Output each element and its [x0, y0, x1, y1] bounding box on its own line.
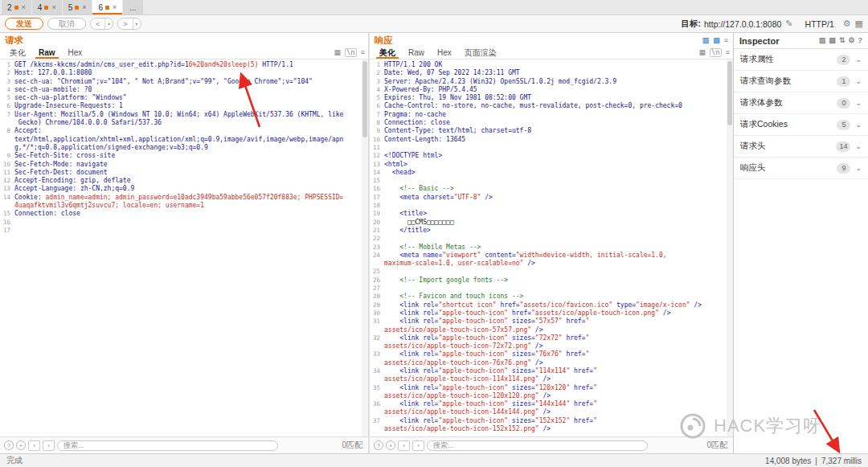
cancel-button[interactable]: 取消 — [47, 18, 86, 30]
line-number: 14 — [0, 194, 14, 202]
newline-toggle-icon[interactable]: \n — [710, 48, 722, 57]
next-match-icon[interactable]: › — [43, 440, 55, 451]
layout-panel-icon[interactable]: ▦ — [855, 19, 863, 28]
dock-bottom-icon[interactable]: ▤ — [713, 37, 720, 44]
response-tab-Hex[interactable]: Hex — [431, 47, 458, 59]
search-settings-icon[interactable]: + — [16, 440, 26, 450]
chevron-down-icon[interactable]: ⌄ — [855, 55, 862, 63]
response-tab-美化[interactable]: 美化 — [373, 47, 402, 59]
inspector-panel: Inspector ▥ ▤ ⇅ ⚙ ? 请求属性2⌄请求查询参数1⌄请求体参数0… — [733, 33, 868, 453]
code-line: 37 <link rel="apple-touch-icon" sizes="1… — [370, 417, 733, 425]
dock-left-icon[interactable]: ▥ — [819, 37, 826, 44]
response-tab-Raw[interactable]: Raw — [402, 47, 431, 59]
line-number: 15 — [370, 177, 384, 185]
response-search-input[interactable] — [427, 440, 648, 451]
pencil-icon[interactable]: ✎ — [785, 19, 792, 28]
grid-view-icon[interactable]: ▦ — [334, 49, 341, 56]
line-number: 28 — [370, 293, 384, 301]
send-button[interactable]: 发送 — [5, 18, 43, 30]
chevron-down-icon[interactable]: ▾ — [133, 18, 141, 29]
request-search-input[interactable] — [57, 440, 278, 451]
line-number: 34 — [370, 367, 384, 375]
chevron-down-icon[interactable]: ⌄ — [855, 142, 862, 150]
chevron-down-icon[interactable]: ▾ — [104, 18, 113, 29]
section-label: 请求体参数 — [740, 97, 783, 109]
history-forward-button[interactable]: > ▾ — [117, 18, 141, 30]
menu-icon[interactable]: ≡ — [724, 37, 728, 44]
tab-label: 5 — [68, 3, 73, 12]
close-icon[interactable]: × — [82, 3, 86, 11]
modified-dot-icon — [105, 6, 109, 10]
inspector-section-响应头[interactable]: 响应头9⌄ — [734, 158, 868, 179]
gear-icon[interactable]: ⚙ — [843, 19, 851, 28]
tabs-overflow-button[interactable]: ... — [123, 0, 142, 14]
dock-left-icon[interactable]: ▥ — [702, 37, 710, 44]
search-settings-icon[interactable]: + — [386, 440, 395, 450]
request-scrollbar[interactable] — [362, 59, 368, 436]
request-editor[interactable]: 1GET /kkcms-kkcms/admin/cms_user_edit.ph… — [0, 59, 368, 436]
inspector-section-请求属性[interactable]: 请求属性2⌄ — [734, 49, 868, 71]
close-icon[interactable]: × — [51, 3, 55, 11]
line-number — [370, 425, 384, 433]
close-icon[interactable]: × — [113, 3, 117, 11]
line-number: 29 — [370, 301, 384, 309]
line-number: 37 — [370, 417, 384, 425]
dock-right-icon[interactable]: ▤ — [829, 37, 836, 44]
inspector-section-请求Cookies[interactable]: 请求Cookies5⌄ — [734, 114, 868, 136]
request-search-bar: ? + ‹ › 0匹配 — [0, 436, 368, 453]
history-back-button[interactable]: < ▾ — [90, 18, 113, 30]
request-panel: 请求 美化RawHex ▦ \n ≡ 1GET /kkcms-kkcms/adm… — [0, 33, 368, 453]
repeater-tab-5[interactable]: 5× — [63, 0, 92, 14]
repeater-tab-4[interactable]: 4× — [32, 0, 62, 14]
sort-icon[interactable]: ⇅ — [839, 37, 845, 44]
next-match-icon[interactable]: › — [412, 440, 424, 451]
code-line: 25 — [370, 268, 733, 276]
code-line: Gecko) Chrome/104.0.0.0 Safari/537.36 — [0, 119, 368, 127]
line-number: 6 — [370, 102, 384, 110]
request-tab-Hex[interactable]: Hex — [62, 47, 89, 59]
newline-toggle-icon[interactable]: \n — [345, 48, 357, 57]
request-tab-美化[interactable]: 美化 — [3, 47, 32, 59]
help-icon[interactable]: ? — [4, 440, 14, 450]
gear-icon[interactable]: ⚙ — [848, 37, 854, 44]
menu-icon[interactable]: ≡ — [726, 49, 730, 56]
grid-view-icon[interactable]: ▦ — [698, 49, 706, 56]
repeater-tab-2[interactable]: 2× — [2, 0, 31, 14]
request-tab-Raw[interactable]: Raw — [32, 47, 62, 59]
scrollbar-thumb[interactable] — [727, 61, 732, 125]
line-number: 33 — [370, 350, 384, 358]
status-separator: | — [815, 457, 817, 465]
response-editor[interactable]: 1HTTP/1.1 200 OK2Date: Wed, 07 Sep 2022 … — [370, 59, 733, 436]
tab-label: 4 — [38, 3, 43, 12]
code-line: assets/ico/apple-touch-icon-114x114.png"… — [370, 375, 733, 383]
code-line: 8Accept: — [0, 127, 368, 135]
repeater-tab-6[interactable]: 6× — [92, 0, 122, 14]
chevron-down-icon[interactable]: ⌄ — [855, 77, 862, 85]
code-line: 19 <title> — [370, 210, 733, 218]
chevron-down-icon[interactable]: ⌄ — [855, 164, 862, 172]
response-tab-页面渲染[interactable]: 页面渲染 — [458, 47, 503, 59]
inspector-section-请求查询参数[interactable]: 请求查询参数1⌄ — [734, 71, 868, 92]
help-icon[interactable]: ? — [858, 37, 863, 44]
chevron-down-icon[interactable]: ⌄ — [855, 99, 862, 107]
line-number: 11 — [0, 169, 14, 177]
line-number: 13 — [370, 161, 384, 169]
code-line: assets/ico/apple-touch-icon-144x144.png"… — [370, 408, 733, 416]
scrollbar-thumb[interactable] — [362, 61, 367, 137]
inspector-section-请求头[interactable]: 请求头14⌄ — [734, 136, 868, 158]
tab-label: 6 — [98, 3, 103, 12]
response-scrollbar[interactable] — [727, 59, 733, 436]
prev-match-icon[interactable]: ‹ — [398, 440, 410, 451]
line-number — [370, 326, 384, 334]
code-line: 12Accept-Encoding: gzip, deflate — [0, 177, 368, 185]
menu-icon[interactable]: ≡ — [361, 49, 365, 56]
modified-dot-icon — [44, 6, 48, 10]
code-line: 32 <link rel="apple-touch-icon" sizes="7… — [370, 334, 733, 342]
help-icon[interactable]: ? — [374, 440, 383, 450]
prev-match-icon[interactable]: ‹ — [28, 440, 40, 451]
line-number: 19 — [370, 210, 384, 218]
chevron-down-icon[interactable]: ⌄ — [855, 121, 862, 129]
inspector-section-请求体参数[interactable]: 请求体参数0⌄ — [734, 92, 868, 114]
close-icon[interactable]: × — [22, 3, 26, 11]
count-badge: 0 — [837, 98, 850, 109]
